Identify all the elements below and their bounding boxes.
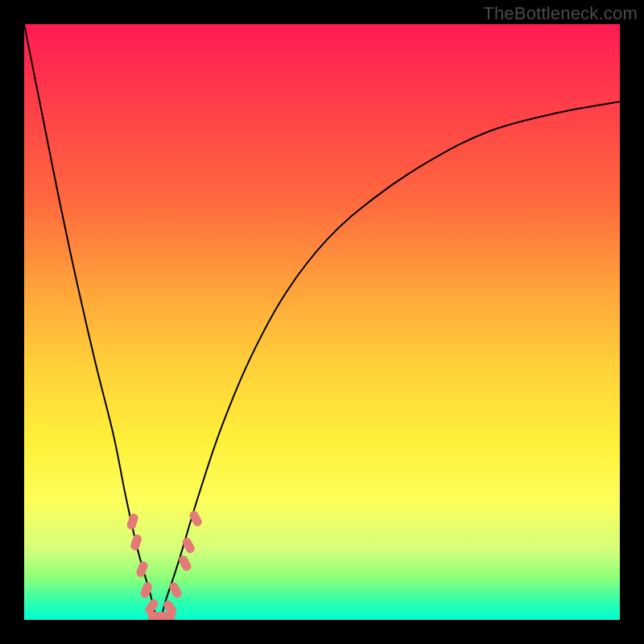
plot-area [24, 24, 620, 620]
watermark-text: TheBottleneck.com [483, 3, 638, 24]
marker-group [126, 510, 203, 620]
chart-svg [24, 24, 620, 620]
marker-lozenge [130, 534, 143, 551]
marker-lozenge [135, 560, 149, 579]
marker-lozenge [167, 581, 183, 600]
bottleneck-curve [24, 24, 620, 620]
chart-frame: TheBottleneck.com [0, 0, 644, 644]
marker-lozenge [126, 513, 139, 530]
